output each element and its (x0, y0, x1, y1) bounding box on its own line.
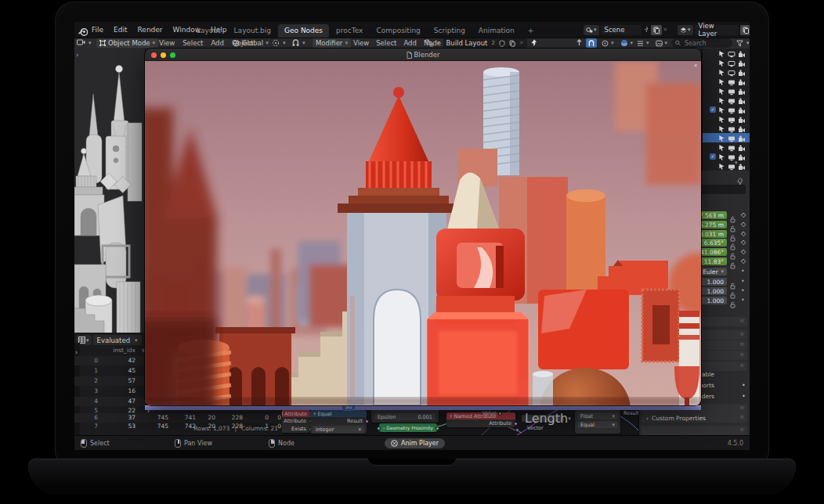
viewport-menu-select[interactable]: Select (183, 39, 203, 47)
keyframe-diamond-icon[interactable]: ◇ (739, 221, 747, 228)
view-layer-icon[interactable]: ▾ (678, 25, 693, 35)
scene-icon[interactable]: ▾ (584, 25, 599, 35)
editor-type-menu[interactable]: ▾ (77, 38, 92, 49)
view-menu-chevron-icon[interactable]: ▾ (694, 63, 697, 69)
panel-grip-icon[interactable]: ≡ (739, 351, 744, 358)
checkbox-icon[interactable]: ✓ (710, 106, 716, 113)
node-menu-view[interactable]: View (353, 39, 369, 47)
node-named-attribute-left[interactable]: Named Attribute Attribute Exists (282, 410, 310, 433)
hide-render-camera-icon[interactable] (738, 159, 746, 171)
node-group-name-field[interactable]: Build Layout (446, 39, 488, 47)
menu-file[interactable]: File (92, 26, 103, 34)
snap-magnet-toggle[interactable] (586, 38, 597, 48)
tab-proctex[interactable]: procTex (330, 24, 369, 38)
keyframe-diamond-icon[interactable]: ◇ (739, 239, 747, 246)
search-input[interactable] (683, 39, 728, 48)
node-menu-select[interactable]: Select (376, 39, 396, 47)
animate-dot[interactable]: • (741, 287, 745, 294)
lock-icon[interactable] (730, 248, 736, 256)
copy-icon[interactable] (509, 40, 515, 47)
view-layer-selector[interactable]: ▾ View Layer ✕ (678, 24, 750, 35)
panel-grip-icon[interactable]: ≡ (739, 318, 744, 324)
tab-geo-nodes[interactable]: Geo Nodes (278, 24, 329, 38)
dataset-dropdown[interactable]: Evaluated▾ (93, 335, 142, 345)
vector-input[interactable]: Vector (522, 425, 544, 431)
orientation-dropdown[interactable]: Global▾ (231, 38, 270, 49)
node-compare-right[interactable]: Float▾ Equal▾ (575, 410, 620, 434)
menu-edit[interactable]: Edit (114, 26, 127, 34)
lock-icon[interactable] (730, 211, 736, 219)
tab-scripting[interactable]: Scripting (428, 24, 472, 38)
filter-dropdown[interactable]: ▾ (736, 38, 750, 49)
equal-dropdown[interactable]: Equal▾ (577, 421, 618, 428)
node-tree-dropdown[interactable]: ▾ (437, 40, 440, 46)
viewport-3d[interactable] (74, 49, 145, 333)
keyframe-diamond-icon[interactable]: ◇ (739, 230, 747, 237)
new-view-layer-icon[interactable] (740, 25, 750, 35)
panel-grip-icon[interactable]: ≡ (739, 331, 744, 337)
tab--[interactable]: + (522, 24, 540, 38)
length-dropdown[interactable]: Length▾ (522, 415, 564, 422)
modifier-dropdown[interactable]: Modifier▾ (313, 38, 351, 49)
lock-icon[interactable] (730, 257, 736, 265)
proportional-editing-dropdown[interactable]: ▾ (600, 38, 616, 48)
tab-animation[interactable]: Animation (472, 24, 521, 38)
epsilon-field[interactable]: Epsilon0.001 (374, 413, 435, 420)
lock-icon[interactable] (730, 230, 736, 238)
tab-layout[interactable]: Layout (190, 24, 227, 38)
properties-context-chevron-icon[interactable]: ▾ (735, 160, 738, 166)
outliner-panel[interactable]: ✓✓ (702, 49, 750, 171)
checkbox-icon[interactable]: ✓ (710, 153, 716, 160)
outliner-row[interactable] (703, 161, 750, 171)
animate-dot[interactable]: • (741, 297, 745, 304)
data-type-dropdown[interactable]: Integer▾ (313, 426, 364, 433)
node-epsilon-host[interactable]: Epsilon0.001 (371, 410, 439, 423)
selectability-cursor-icon[interactable] (718, 159, 725, 171)
custom-properties-panel-header[interactable]: ›Custom Properties ≡ (641, 413, 747, 423)
float-dropdown[interactable]: Float▾ (577, 412, 618, 419)
viewport-menu-view[interactable]: View (159, 39, 175, 47)
animate-dot[interactable]: • (741, 278, 745, 285)
window-titlebar[interactable]: Blender (145, 49, 701, 61)
scene-name-field[interactable]: Scene (601, 25, 641, 35)
fake-user-shield-icon[interactable] (499, 40, 505, 47)
outliner-view-dropdown[interactable]: ▾ (654, 38, 670, 48)
geometry-node-editor[interactable]: Named Attribute Attribute Exists ▾Equal … (282, 410, 638, 435)
node-named-attribute-right[interactable]: ▾Named Attribute Attribute (446, 412, 515, 427)
panel-grip-icon[interactable]: ≡ (739, 427, 744, 433)
tab-layout-big[interactable]: Layout.big (228, 24, 277, 38)
blender-logo-icon[interactable] (78, 25, 89, 35)
scene-selector[interactable]: ▾ Scene ✕ (584, 24, 667, 35)
anim-player-button[interactable]: Anim Player (385, 438, 445, 448)
outliner-display-mode-dropdown[interactable]: ▾ (635, 38, 651, 48)
pivot-dropdown[interactable]: ▾ (272, 38, 286, 49)
parent-up-icon[interactable] (576, 39, 583, 47)
tab-compositing[interactable]: Compositing (370, 24, 426, 38)
new-scene-icon[interactable] (651, 25, 662, 35)
lock-icon[interactable] (730, 239, 736, 247)
render-result-window[interactable]: Blender ▾ (145, 49, 701, 405)
menu-render[interactable]: Render (138, 26, 163, 34)
node-geometry-proximity[interactable]: › Geometry Proximity (379, 423, 437, 432)
snap-dropdown[interactable]: ▾ (292, 38, 305, 49)
lock-icon[interactable] (730, 287, 736, 295)
unlink-scene-icon[interactable]: ✕ (663, 27, 668, 33)
keyframe-diamond-icon[interactable]: ◇ (739, 248, 747, 255)
lock-icon[interactable] (730, 278, 736, 286)
collapsed-panel-header[interactable]: ≡ (641, 426, 747, 435)
panel-grip-icon[interactable]: ≡ (739, 405, 744, 411)
node-menu-add[interactable]: Add (403, 39, 416, 47)
pin-icon[interactable] (530, 39, 537, 47)
panel-grip-icon[interactable]: ≡ (739, 362, 744, 369)
node-compare-equal[interactable]: ▾Equal Result Integer▾ (310, 410, 367, 434)
overlays-dropdown[interactable]: ▾ (619, 38, 635, 48)
animate-dot[interactable]: • (742, 393, 746, 400)
row-expand-arrow-icon[interactable]: › (75, 349, 78, 356)
panel-grip-icon[interactable]: ≡ (739, 414, 744, 420)
keyframe-diamond-icon[interactable]: ◇ (739, 211, 747, 218)
view-layer-name-field[interactable]: View Layer (695, 25, 739, 35)
unlink-node-group-icon[interactable]: ✕ (519, 40, 524, 46)
viewport-menu-add[interactable]: Add (211, 39, 223, 47)
panel-grip-icon[interactable]: ≡ (739, 341, 744, 347)
animate-dot[interactable]: • (742, 382, 746, 389)
